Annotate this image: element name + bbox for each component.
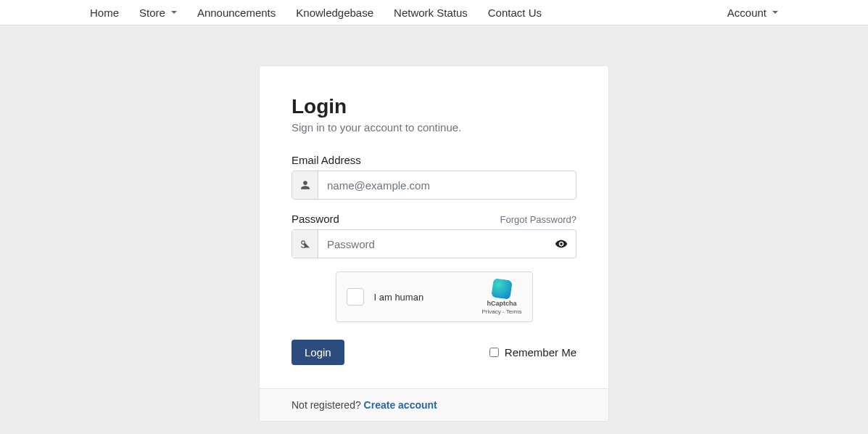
password-input-group	[292, 229, 576, 258]
nav-store-label: Store	[139, 7, 165, 19]
forgot-password-link[interactable]: Forgot Password?	[500, 214, 577, 225]
captcha-checkbox[interactable]	[347, 288, 364, 306]
action-row: Login Remember Me	[292, 340, 576, 365]
login-button[interactable]: Login	[292, 340, 344, 365]
password-label: Password	[292, 213, 339, 225]
eye-icon	[555, 237, 568, 250]
nav-network-status-label: Network Status	[394, 7, 468, 19]
card-footer: Not registered? Create account	[260, 388, 608, 421]
captcha-brand: hCaptcha Privacy - Terms	[482, 279, 522, 315]
nav-home-label: Home	[90, 7, 119, 19]
remember-me[interactable]: Remember Me	[489, 346, 576, 359]
nav-announcements[interactable]: Announcements	[187, 1, 286, 25]
hcaptcha-widget: I am human hCaptcha Privacy - Terms	[336, 271, 533, 322]
nav-contact-us-label: Contact Us	[488, 7, 542, 19]
hcaptcha-logo-icon	[491, 278, 512, 299]
page-wrap: Login Sign in to your account to continu…	[0, 25, 868, 422]
nav-store[interactable]: Store	[129, 1, 187, 25]
email-label: Email Address	[292, 154, 361, 166]
remember-label: Remember Me	[505, 346, 576, 359]
toggle-password-visibility[interactable]	[547, 230, 576, 258]
nav-account[interactable]: Account	[717, 1, 788, 25]
chevron-down-icon	[171, 11, 177, 14]
nav-contact-us[interactable]: Contact Us	[478, 1, 552, 25]
captcha-wrap: I am human hCaptcha Privacy - Terms	[292, 271, 576, 322]
captcha-brand-label: hCaptcha	[487, 300, 517, 307]
captcha-text: I am human	[374, 292, 472, 303]
not-registered-text: Not registered?	[292, 399, 364, 411]
user-icon	[292, 171, 318, 199]
login-card: Login Sign in to your account to continu…	[259, 65, 609, 422]
login-subtitle: Sign in to your account to continue.	[292, 121, 576, 134]
nav-account-label: Account	[727, 7, 766, 19]
captcha-links[interactable]: Privacy - Terms	[482, 308, 522, 315]
nav-knowledgebase[interactable]: Knowledgebase	[286, 1, 384, 25]
nav-network-status[interactable]: Network Status	[384, 1, 478, 25]
key-icon	[292, 230, 318, 258]
email-group: Email Address	[292, 154, 576, 200]
nav-home[interactable]: Home	[80, 1, 129, 25]
nav-left: Home Store Announcements Knowledgebase N…	[80, 1, 552, 25]
password-input[interactable]	[318, 230, 547, 258]
card-body: Login Sign in to your account to continu…	[260, 66, 608, 388]
nav-knowledgebase-label: Knowledgebase	[296, 7, 373, 19]
remember-checkbox[interactable]	[489, 348, 499, 357]
email-input-group	[292, 171, 576, 200]
top-navbar: Home Store Announcements Knowledgebase N…	[0, 0, 868, 25]
email-input[interactable]	[318, 171, 576, 199]
login-title: Login	[292, 95, 576, 118]
create-account-link[interactable]: Create account	[364, 399, 437, 411]
nav-announcements-label: Announcements	[197, 7, 276, 19]
password-group: Password Forgot Password?	[292, 213, 576, 258]
chevron-down-icon	[772, 11, 778, 14]
